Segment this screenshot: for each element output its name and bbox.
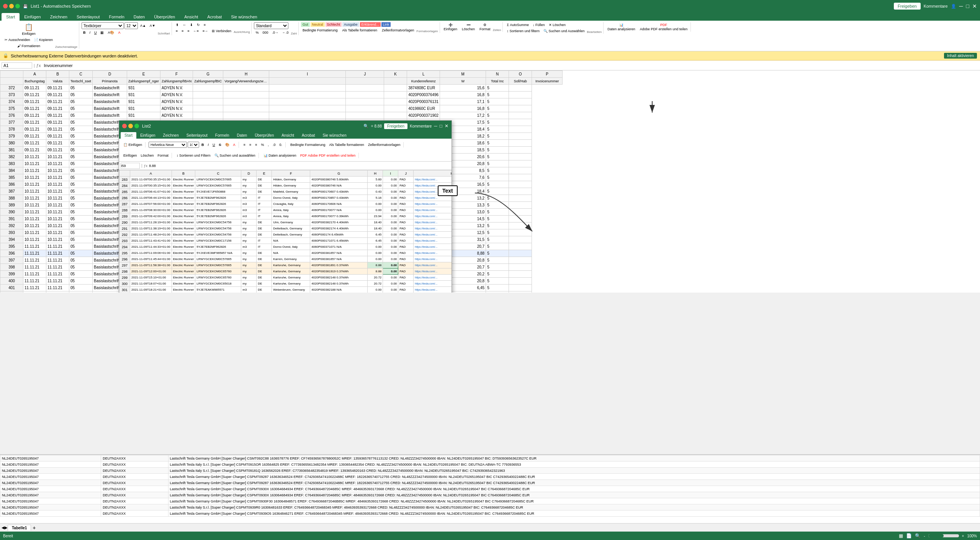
cell-valuta[interactable]: 09.11.21 xyxy=(46,112,69,119)
overlay-cell-country[interactable]: DE xyxy=(257,256,272,262)
cell-extra[interactable] xyxy=(509,154,532,160)
bottom-col2[interactable]: DEUTN2AXXX xyxy=(101,486,168,492)
cell-valuta[interactable]: 09.11.21 xyxy=(46,133,69,140)
overlay-cell-vin[interactable]: LRWYGCEKOM0C65760 xyxy=(195,268,241,275)
bottom-col2[interactable]: DEUTN2AXXX xyxy=(101,504,168,511)
overlay-cell-link[interactable]: https://tesla.com/... xyxy=(414,262,452,268)
cell-extra[interactable] xyxy=(509,112,532,119)
cell-basislast[interactable]: Basislastschrift xyxy=(93,105,127,112)
overlay-cell-location[interactable]: Hilden, Germany xyxy=(272,177,310,183)
col-header-K[interactable]: K xyxy=(384,71,407,78)
bottom-col2[interactable]: DEUTN2AXXX xyxy=(101,468,168,474)
overlay-cell-kwh[interactable]: 0.00 xyxy=(368,287,383,293)
overlay-col-F[interactable]: F xyxy=(272,170,310,177)
overlay-cell-invoice[interactable]: 4020P000381657 N/A xyxy=(310,256,368,262)
cell-n[interactable]: 5 xyxy=(486,195,509,202)
cell-n[interactable]: 5 xyxy=(486,236,509,243)
increase-decimal-button[interactable]: .0→ xyxy=(270,30,280,35)
overlay-cell-vin[interactable]: 5YJE7EB2MF962826 xyxy=(195,244,241,250)
overlay-cell-location[interactable]: N/A xyxy=(272,250,310,256)
font-increase-button[interactable]: A▲ xyxy=(139,23,147,28)
bottom-col1[interactable]: NL24DEUT0265195047 xyxy=(0,455,101,461)
cell-valuta[interactable]: 10.11.21 xyxy=(46,174,69,181)
italic-button[interactable]: I xyxy=(88,30,92,35)
col-header-H[interactable]: H xyxy=(223,71,269,78)
cell-textschl[interactable]: 05 xyxy=(69,250,93,257)
cell-extra[interactable] xyxy=(509,271,532,278)
align-center-button[interactable]: ≡ xyxy=(180,28,185,34)
overlay-cell-brand[interactable]: Electric Runner xyxy=(172,189,195,195)
overlay-cell-location[interactable]: Dorno Ovest, Italy xyxy=(272,244,310,250)
cell-textschl[interactable]: 05 xyxy=(69,223,93,229)
overlay-cell-vin[interactable]: 5YJE7EB2MF962826 xyxy=(195,201,241,207)
cell-textschl[interactable]: 05 xyxy=(69,92,93,98)
cell-date[interactable]: 10.11.21 xyxy=(23,216,46,223)
align-right-button[interactable]: ≡ xyxy=(186,28,191,34)
overlay-cell-status[interactable]: PAD xyxy=(398,268,414,275)
overlay-align-left[interactable]: ≡ xyxy=(242,142,247,147)
overlay-cell-invoice[interactable]: 4060P000170077 N/A xyxy=(310,207,368,213)
overlay-cell-kwh[interactable]: 0.00 xyxy=(368,183,383,189)
cell-name[interactable]: ADYEN N.V. xyxy=(160,98,193,105)
overlay-cell-vin[interactable]: LRWYGCEKOM0C54756 xyxy=(195,232,241,238)
overlay-cell-location[interactable]: Ulm, Germany xyxy=(272,219,310,226)
overlay-cell-status[interactable]: PAD xyxy=(398,219,414,226)
overlay-strikethrough[interactable]: S xyxy=(218,142,223,147)
sort-filter-button[interactable]: ↕ Sortieren und filtern xyxy=(505,28,541,34)
align-top-button[interactable]: ⬆ xyxy=(174,22,180,28)
overlay-cell-brand[interactable]: Electric Runner xyxy=(172,201,195,207)
cell-valuta[interactable]: 10.11.21 xyxy=(46,223,69,229)
overlay-cell-country[interactable]: IT xyxy=(257,238,272,244)
overlay-italic[interactable]: I xyxy=(206,142,211,147)
overlay-cell-invoice[interactable]: 4020P000382148 0.37kWh xyxy=(310,281,368,287)
cell-textschl[interactable]: 05 xyxy=(69,160,93,167)
cell-invoice-ref[interactable]: 3874808C EUR xyxy=(407,85,440,92)
overlay-cell-date[interactable]: 2021-11-09T11:09:06+01:00 xyxy=(130,250,172,256)
cell-textschl[interactable]: 05 xyxy=(69,195,93,202)
overlay-cell-country[interactable]: DE xyxy=(257,219,272,226)
overlay-cell-location[interactable]: Cravaglia, Italy xyxy=(272,201,310,207)
view-preview-button[interactable]: 🔍 xyxy=(915,533,921,538)
cell-date[interactable]: 11.11.21 xyxy=(23,285,46,291)
overlay-cell-amount[interactable]: 0.00 xyxy=(383,244,398,250)
zoom-plus[interactable]: + xyxy=(962,534,964,538)
cell-extra[interactable] xyxy=(509,140,532,147)
overlay-cell-type[interactable]: m3 xyxy=(241,195,257,201)
cell-i[interactable] xyxy=(269,112,346,119)
cell-textschl[interactable]: 05 xyxy=(69,140,93,147)
bold-button[interactable]: B xyxy=(82,30,87,35)
cell-textschl[interactable]: 05 xyxy=(69,216,93,223)
cell-n[interactable]: 5 xyxy=(486,223,509,229)
overlay-cell-country[interactable]: DE xyxy=(257,226,272,232)
bottom-col2[interactable]: DEUTN2AXXX xyxy=(101,511,168,517)
overlay-cell-country[interactable]: DE xyxy=(257,183,272,189)
cell-n[interactable]: 5 xyxy=(486,147,509,154)
cell-textschl[interactable]: 05 xyxy=(69,181,93,188)
cell-j[interactable] xyxy=(346,85,384,92)
overlay-cell-country[interactable]: DE xyxy=(257,268,272,275)
tab-zeichnen[interactable]: Zeichnen xyxy=(46,13,72,21)
tab-seitenlayout[interactable]: Seitenlayout xyxy=(72,13,105,21)
sheet-tab-tabelle1[interactable]: Tabelle1 xyxy=(8,525,31,531)
cell-extra[interactable] xyxy=(509,223,532,229)
overlay-cell-brand[interactable]: Electric Runner xyxy=(172,256,195,262)
overlay-cell-brand[interactable]: Electric Runner xyxy=(172,268,195,275)
overlay-cell-amount[interactable]: 0.00 xyxy=(383,226,398,232)
cell-valuta[interactable]: 10.11.21 xyxy=(46,160,69,167)
cell-invoice-ref[interactable]: 4020P000376131 xyxy=(407,98,440,105)
cell-textschl[interactable]: 05 xyxy=(69,85,93,92)
overlay-cell-vin[interactable]: 5YJXEVE3MF965857 N/A xyxy=(195,250,241,256)
overlay-cell-country[interactable]: DE xyxy=(257,275,272,281)
close-button[interactable] xyxy=(3,4,8,8)
fill-button[interactable]: ↓ Füllen xyxy=(531,22,546,28)
cell-date[interactable]: 10.11.21 xyxy=(23,160,46,167)
overlay-cell-location[interactable]: Hilden, Germany xyxy=(272,183,310,189)
cell-k[interactable] xyxy=(384,92,407,98)
cell-valuta[interactable]: 09.11.21 xyxy=(46,147,69,154)
cell-textschl[interactable]: 05 xyxy=(69,285,93,291)
tab-ansicht[interactable]: Ansicht xyxy=(180,13,203,21)
overlay-cell-type[interactable]: my xyxy=(241,238,257,244)
overlay-cell-location[interactable]: Areea, Italy xyxy=(272,207,310,213)
overlay-cell-link[interactable]: https://tesla.com/... xyxy=(414,238,452,244)
cell-valuta[interactable]: 10.11.21 xyxy=(46,181,69,188)
